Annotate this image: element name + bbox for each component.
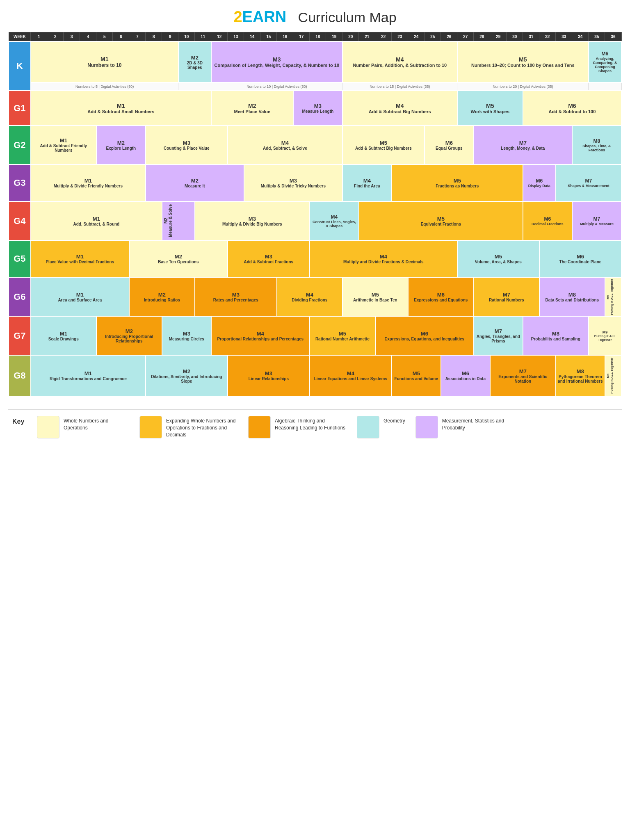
g7-m6: M6 Expressions, Equations, and Inequalit… xyxy=(375,316,474,355)
g3-m6: M6 Display Data xyxy=(523,164,556,201)
key-swatch-expanding xyxy=(139,416,162,438)
g2-m2: M2 Explore Length xyxy=(96,126,146,164)
g7-m3: M3 Measuring Circles xyxy=(162,316,211,355)
k-m4: M4 Number Pairs, Addition, & Subtraction… xyxy=(342,41,457,82)
g7-m2: M2 Introducing Proportional Relationship… xyxy=(96,316,162,355)
grade-g3-label: G3 xyxy=(9,164,31,201)
g5-m2: M2 Base Ten Operations xyxy=(129,240,228,277)
g4-m4: M4 Construct Lines, Angles, & Shapes xyxy=(310,201,359,240)
g1-m3: M3 Measure Length xyxy=(293,91,342,126)
g6-m1: M1 Area and Surface Area xyxy=(31,277,129,316)
grade-k-row: K M1 Numbers to 10 M2 2D & 3D Shapes M3 … xyxy=(9,41,621,82)
grade-g4-row: G4 M1 Add, Subtract, & Round M2 Measure … xyxy=(9,201,621,240)
g8-m2: M2 Dilations, Similarity, and Introducin… xyxy=(146,355,228,396)
grade-k-digital-row: Numbers to 5 | Digital Activities (50) N… xyxy=(9,82,621,91)
page-title: 2EARN Curriculum Map xyxy=(8,8,622,26)
grade-g1-row: G1 M1 Add & Subtract Small Numbers M2 Me… xyxy=(9,91,621,126)
g5-m1: M1 Place Value with Decimal Fractions xyxy=(31,240,129,277)
g8-m3: M3 Linear Relationships xyxy=(228,355,310,396)
grade-g4-label: G4 xyxy=(9,201,31,240)
g6-m5: M5 Arithmetic in Base Ten xyxy=(342,277,408,316)
g6-m9: M9 Putting It ALL Together xyxy=(605,277,621,316)
g5-m6: M6 The Coordinate Plane xyxy=(539,240,621,277)
k-m3: M3 Comparison of Length, Weight, Capacit… xyxy=(211,41,342,82)
week-label: WEEK xyxy=(9,32,31,42)
g8-m6: M6 Associations in Data xyxy=(441,355,490,396)
g2-m5: M5 Add & Subtract Big Numbers xyxy=(342,126,425,164)
g1-m6: M6 Add & Subtract to 100 xyxy=(523,91,621,126)
week-header-row: WEEK 1 2 3 4 5 6 7 8 9 10 11 12 13 14 15… xyxy=(9,32,621,42)
g6-m7: M7 Rational Numbers xyxy=(474,277,539,316)
g4-m6: M6 Decimal Fractions xyxy=(523,201,572,240)
key-text-whole-numbers: Whole Numbers and Operations xyxy=(64,416,129,431)
key-section: Key Whole Numbers and Operations Expandi… xyxy=(8,409,622,445)
key-swatch-geometry xyxy=(357,416,379,438)
g5-m3: M3 Add & Subtract Fractions xyxy=(228,240,310,277)
g7-m7: M7 Angles, Triangles, and Prisms xyxy=(474,316,523,355)
key-item-geometry: Geometry xyxy=(357,416,405,438)
g2-m4: M4 Add, Subtract, & Solve xyxy=(228,126,342,164)
g4-m5: M5 Equivalent Fractions xyxy=(359,201,523,240)
g2-m7: M7 Length, Money, & Data xyxy=(474,126,572,164)
g3-m4: M4 Find the Area xyxy=(342,164,392,201)
grade-g7-label: G7 xyxy=(9,316,31,355)
g7-m5: M5 Rational Number Arithmetic xyxy=(310,316,375,355)
g4-m7: M7 Multiply & Measure xyxy=(572,201,621,240)
g6-m2: M2 Introducing Ratios xyxy=(129,277,195,316)
g8-m7: M7 Exponents and Scientific Notation xyxy=(490,355,556,396)
g1-m5: M5 Work with Shapes xyxy=(457,91,523,126)
key-item-measurement: Measurement, Statistics and Probability xyxy=(415,416,508,438)
g4-m2: M2 Measure & Solve xyxy=(162,201,195,240)
g3-m2: M2 Measure It xyxy=(146,164,244,201)
g4-m1: M1 Add, Subtract, & Round xyxy=(31,201,162,240)
g8-m1: M1 Rigid Transformations and Congruence xyxy=(31,355,146,396)
g1-m4: M4 Add & Subtract Big Numbers xyxy=(342,91,457,126)
g1-m1: M1 Add & Subtract Small Numbers xyxy=(31,91,211,126)
g1-m2: M2 Meet Place Value xyxy=(211,91,293,126)
g6-m4: M4 Dividing Fractions xyxy=(277,277,342,316)
grade-g8-row: G8 M1 Rigid Transformations and Congruen… xyxy=(9,355,621,396)
g3-m3: M3 Multiply & Divide Tricky Numbers xyxy=(244,164,342,201)
key-text-expanding: Expanding Whole Numbers and Operations t… xyxy=(166,416,238,438)
k-m5: M5 Numbers 10–20; Count to 100 by Ones a… xyxy=(457,41,589,82)
grade-g6-label: G6 xyxy=(9,277,31,316)
g3-m7: M7 Shapes & Measurement xyxy=(556,164,621,201)
g7-m9: M9 Putting It ALL Together xyxy=(589,316,621,355)
grade-g2-label: G2 xyxy=(9,126,31,164)
g3-m1: M1 Multiply & Divide Friendly Numbers xyxy=(31,164,146,201)
key-text-measurement: Measurement, Statistics and Probability xyxy=(442,416,508,431)
grade-g1-label: G1 xyxy=(9,91,31,126)
key-swatch-measurement xyxy=(415,416,438,438)
key-swatch-whole-numbers xyxy=(37,416,59,438)
grade-k-label: K xyxy=(9,41,31,91)
grade-g5-row: G5 M1 Place Value with Decimal Fractions… xyxy=(9,240,621,277)
k-m2: M2 2D & 3D Shapes xyxy=(178,41,211,82)
g5-m5: M5 Volume, Area, & Shapes xyxy=(457,240,539,277)
g7-m1: M1 Scale Drawings xyxy=(31,316,96,355)
g6-m8: M8 Data Sets and Distributions xyxy=(539,277,605,316)
k-m1: M1 Numbers to 10 xyxy=(31,41,178,82)
key-item-whole-numbers: Whole Numbers and Operations xyxy=(37,416,129,438)
g2-m6: M6 Equal Groups xyxy=(425,126,474,164)
grade-g5-label: G5 xyxy=(9,240,31,277)
g2-m8: M8 Shapes, Time, & Fractions xyxy=(572,126,621,164)
grade-g2-row: G2 M1 Add & Subtract Friendly Numbers M2… xyxy=(9,126,621,164)
g3-m5: M5 Fractions as Numbers xyxy=(392,164,523,201)
key-item-expanding: Expanding Whole Numbers and Operations t… xyxy=(139,416,238,438)
grade-g7-row: G7 M1 Scale Drawings M2 Introducing Prop… xyxy=(9,316,621,355)
k-m6: M6 Analyzing, Comparing, & Composing Sha… xyxy=(589,41,621,82)
g5-m4: M4 Multiply and Divide Fractions & Decim… xyxy=(310,240,457,277)
g2-m3: M3 Counting & Place Value xyxy=(146,126,228,164)
g8-m9: M9 Putting It ALL Together xyxy=(605,355,621,396)
g6-m6: M6 Expressions and Equations xyxy=(408,277,474,316)
curriculum-grid: WEEK 1 2 3 4 5 6 7 8 9 10 11 12 13 14 15… xyxy=(8,32,622,397)
g7-m4: M4 Proportional Relationships and Percen… xyxy=(211,316,310,355)
grade-g8-label: G8 xyxy=(9,355,31,396)
grade-g3-row: G3 M1 Multiply & Divide Friendly Numbers… xyxy=(9,164,621,201)
g7-m8: M8 Probability and Sampling xyxy=(523,316,589,355)
key-items: Whole Numbers and Operations Expanding W… xyxy=(37,416,508,438)
g4-m3: M3 Multiply & Divide Big Numbers xyxy=(195,201,310,240)
key-text-geometry: Geometry xyxy=(383,416,405,425)
grade-g6-row: G6 M1 Area and Surface Area M2 Introduci… xyxy=(9,277,621,316)
g8-m8: M8 Pythagorean Theorem and Irrational Nu… xyxy=(556,355,605,396)
